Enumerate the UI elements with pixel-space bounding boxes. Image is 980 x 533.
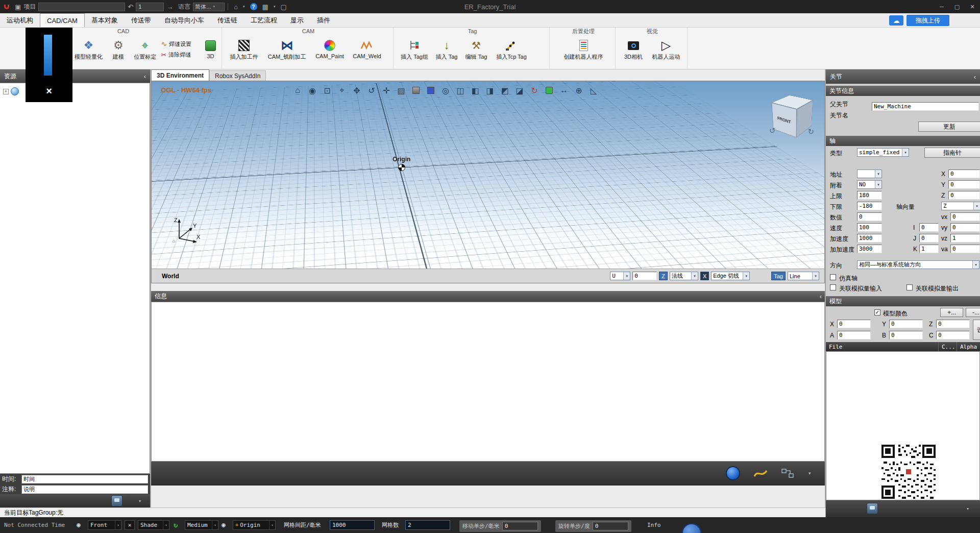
model-lightweight-button[interactable]: ❖ 模型轻量化 bbox=[71, 36, 107, 67]
position-calibration-button[interactable]: ⌖ 位置标定 bbox=[130, 36, 160, 67]
joint-tool-icon[interactable] bbox=[867, 503, 878, 514]
grid-spacing-input[interactable] bbox=[330, 520, 375, 530]
color-column[interactable]: C... bbox=[938, 342, 957, 351]
modeling-button[interactable]: ⚙ 建模 bbox=[107, 36, 129, 67]
k-input[interactable] bbox=[919, 245, 939, 253]
rotate-view-icon[interactable]: ↺ bbox=[366, 85, 377, 96]
va-input[interactable] bbox=[950, 245, 980, 253]
cube-rotate-ccw-icon[interactable]: ↺ bbox=[769, 126, 776, 135]
grid-eye-icon[interactable]: ◉ bbox=[222, 521, 226, 528]
i-input[interactable] bbox=[919, 223, 939, 232]
visibility-eye-icon[interactable]: ◉ bbox=[77, 521, 81, 528]
collapse-info-icon[interactable]: ‹ bbox=[820, 291, 822, 302]
cam-milling-button[interactable]: ⋈ CAM_铣削加工 bbox=[263, 36, 310, 67]
shaded-gray-icon[interactable] bbox=[410, 85, 422, 96]
swoosh-icon[interactable] bbox=[753, 468, 768, 480]
direction-dropdown[interactable]: 相同—与标准系统轴方向▾ bbox=[857, 260, 979, 269]
axis-vector-dropdown[interactable]: Z▾ bbox=[941, 202, 980, 210]
info-toggle[interactable]: Info bbox=[647, 522, 661, 528]
viewport-canvas[interactable]: OGL - HW64 fps ⌂ ◉ ⊡ ⌖ ✥ ↺ ✛ ▨ ◎ ◫ ◧ ◨ ◩… bbox=[152, 81, 824, 269]
3d-button[interactable]: 3D bbox=[202, 36, 219, 67]
speed-input[interactable] bbox=[857, 223, 882, 232]
tab-conveyor-chain[interactable]: 传送链 bbox=[211, 13, 244, 27]
rotate-step-input[interactable] bbox=[593, 522, 628, 530]
simulation-globe-icon[interactable] bbox=[726, 466, 740, 480]
file-column[interactable]: File bbox=[826, 342, 938, 351]
collapse-left-icon[interactable]: ‹ bbox=[144, 72, 146, 80]
tab-display[interactable]: 显示 bbox=[284, 13, 310, 27]
tree-item-root[interactable]: + bbox=[3, 87, 19, 95]
upper-limit-input[interactable] bbox=[857, 191, 882, 200]
home-dropdown-icon[interactable]: ▾ bbox=[243, 5, 245, 9]
rotate-cw-icon[interactable]: ↻ bbox=[529, 85, 540, 96]
add-model-button[interactable]: +... bbox=[940, 308, 963, 317]
minimize-button[interactable]: ─ bbox=[934, 0, 949, 13]
layout-icon[interactable]: ▢ bbox=[280, 3, 286, 11]
time-input[interactable] bbox=[21, 475, 148, 483]
shade-mode-dropdown[interactable]: Shade▾ bbox=[138, 520, 169, 530]
model-b-input[interactable] bbox=[889, 331, 923, 340]
address-dropdown[interactable]: ▾ bbox=[857, 169, 882, 178]
undo-icon[interactable]: ↶ bbox=[128, 3, 133, 11]
resource-tool-icon[interactable] bbox=[111, 495, 122, 506]
compass-button[interactable]: 指南针 bbox=[924, 148, 980, 158]
measure-distance-icon[interactable]: ↔ bbox=[558, 85, 570, 96]
tab-conveyor[interactable]: 传送带 bbox=[125, 13, 158, 27]
analog-input-checkbox[interactable] bbox=[830, 284, 836, 290]
cam-weld-button[interactable]: CAM_Weld bbox=[349, 36, 385, 67]
accel-input[interactable] bbox=[857, 234, 882, 243]
collapse-right-icon[interactable]: ‹ bbox=[974, 73, 976, 81]
resource-tree[interactable]: + bbox=[0, 83, 150, 474]
chevron-down-icon[interactable]: ▾ bbox=[808, 471, 811, 476]
model-x-input[interactable] bbox=[837, 320, 871, 328]
tab-agv[interactable]: 自动导向小车 bbox=[158, 13, 211, 27]
maximize-button[interactable]: ▢ bbox=[949, 0, 965, 13]
z-input[interactable] bbox=[948, 191, 980, 200]
fit-view-icon[interactable]: ✛ bbox=[381, 85, 392, 96]
drag-upload-button[interactable]: 拖拽上传 bbox=[906, 15, 949, 26]
3d-camera-button[interactable]: 3D相机 bbox=[620, 36, 647, 67]
sim-axis-checkbox[interactable] bbox=[830, 274, 836, 280]
quality-dropdown[interactable]: Medium▾ bbox=[185, 520, 218, 530]
grid-count-input[interactable] bbox=[405, 520, 450, 530]
grid-window-icon[interactable]: ▦ bbox=[262, 3, 268, 11]
x-toggle-chip[interactable]: X bbox=[700, 272, 709, 280]
project-input[interactable] bbox=[38, 3, 125, 11]
save-icon[interactable]: ▣ bbox=[15, 3, 21, 11]
create-robot-program-button[interactable]: 创建机器人程序 bbox=[557, 36, 610, 67]
jerk-input[interactable] bbox=[857, 245, 882, 253]
lower-limit-input[interactable] bbox=[857, 202, 882, 210]
hatch-shading-icon[interactable]: ▨ bbox=[396, 85, 407, 96]
tab-process-flow[interactable]: 工艺流程 bbox=[244, 13, 284, 27]
edge-mode-dropdown[interactable]: Edge 切线▾ bbox=[711, 272, 750, 280]
attach-dropdown[interactable]: NO▾ bbox=[857, 180, 882, 189]
refresh-icon[interactable]: ↻ bbox=[174, 521, 178, 529]
edit-tag-button[interactable]: ⚒ 编辑 Tag bbox=[462, 36, 491, 67]
navigation-cube[interactable]: FRONT ↺ ↻ bbox=[778, 101, 807, 129]
protractor-icon[interactable]: ◺ bbox=[588, 85, 599, 96]
joint-name-input[interactable] bbox=[872, 102, 979, 111]
setup-button[interactable]: 设置 bbox=[973, 320, 980, 340]
pan-icon[interactable]: ✥ bbox=[351, 85, 362, 96]
u-axis-dropdown[interactable]: U▾ bbox=[610, 272, 630, 280]
home-view-icon[interactable]: ⌂ bbox=[292, 85, 303, 96]
y-input[interactable] bbox=[948, 180, 980, 189]
analog-output-checkbox[interactable] bbox=[906, 284, 913, 290]
chevron-down-icon[interactable]: ▾ bbox=[139, 499, 141, 503]
model-color-checkbox[interactable]: ✓ bbox=[874, 309, 880, 316]
insert-tag-button[interactable]: ↓ 插入 Tag bbox=[432, 36, 461, 67]
note-input[interactable] bbox=[21, 485, 148, 494]
tab-basic-objects[interactable]: 基本对象 bbox=[85, 13, 125, 27]
face-select-icon[interactable] bbox=[544, 85, 555, 96]
cam-paint-button[interactable]: CAM_Paint bbox=[311, 36, 348, 67]
normal-dropdown[interactable]: 法线▾ bbox=[670, 272, 698, 280]
insert-tag-group-button[interactable]: 插入 Tag组 bbox=[398, 36, 431, 67]
tab-3d-environment[interactable]: 3D Environment bbox=[151, 69, 209, 81]
view-direction-dropdown[interactable]: Front▾ bbox=[88, 520, 121, 530]
redo-icon[interactable]: → bbox=[166, 3, 173, 11]
move-step-input[interactable] bbox=[502, 522, 538, 530]
eye-view-icon[interactable]: ◉ bbox=[307, 85, 318, 96]
insert-tcp-tag-button[interactable]: 插入Tcp Tag bbox=[492, 36, 531, 67]
j-input[interactable] bbox=[919, 234, 939, 243]
tab-cad-cam[interactable]: CAD/CAM bbox=[40, 13, 85, 27]
